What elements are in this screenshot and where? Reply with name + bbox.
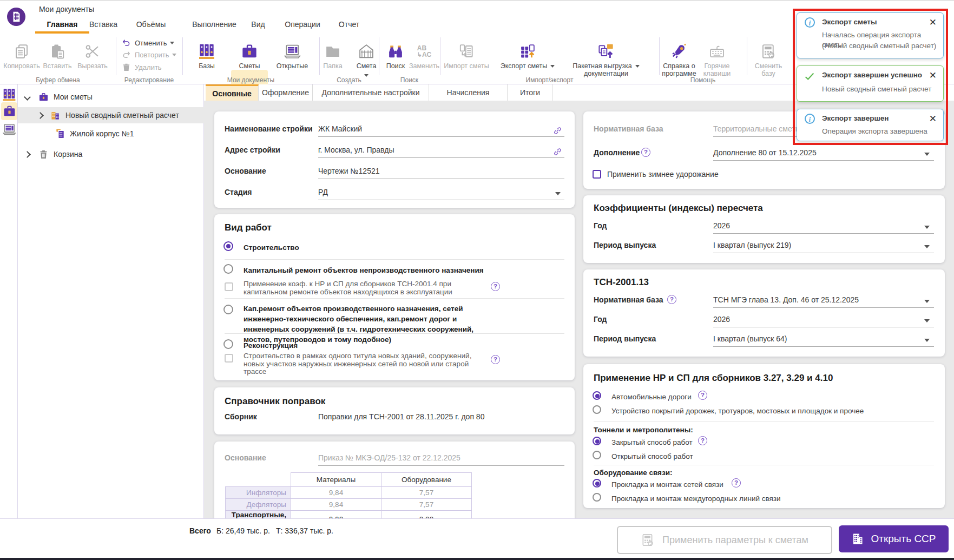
menu-tab-vypolnenie[interactable]: Выполнение [192, 20, 236, 31]
field-label-stroyka-name: Наименование стройки [225, 124, 313, 133]
work-type-title: Вид работ [225, 222, 272, 233]
field-label-tsn-period: Период выпуска [594, 334, 656, 343]
cut-button[interactable]: Вырезать [63, 41, 122, 70]
checkbox-winter[interactable] [593, 170, 601, 179]
field-value-stadiya[interactable]: РД [318, 188, 328, 196]
field-value-tsn-period[interactable]: I квартал (выпуск 64) [713, 334, 787, 343]
tree-item-my-estimates[interactable]: Мои сметы [18, 89, 204, 105]
tab-nachisleniya[interactable]: Начисления [429, 84, 508, 101]
tab-osnovnye[interactable]: Основные [206, 84, 259, 101]
crane-icon [55, 128, 65, 139]
help-icon[interactable] [491, 355, 500, 364]
menu-tab-obyomy[interactable]: Объёмы [136, 20, 166, 31]
field-value-year[interactable]: 2026 [713, 221, 730, 230]
radio-kapremont-neproizv[interactable] [223, 264, 233, 274]
radio-kapremont-proizv[interactable] [223, 305, 233, 314]
help-icon[interactable] [667, 295, 676, 304]
group-label-clipboard: Буфер обмена [0, 76, 116, 84]
annotation-rectangle [793, 9, 948, 145]
table-col-equipment: Оборудование [381, 473, 472, 487]
menu-tab-otchet[interactable]: Отчет [339, 20, 359, 31]
option-kapremont-proizv: Кап.ремонт объектов производственного на… [244, 304, 501, 345]
table-row: Инфляторы9,847,57 [226, 487, 472, 499]
field-placeholder-basis[interactable]: Приказ № МКЭ-ОД/25-132 от 22.12.2025 [318, 453, 460, 462]
chevron-right-icon[interactable] [25, 150, 30, 159]
tab-itogi[interactable]: Итоги [508, 84, 553, 101]
field-label-sbornik: Сборник [225, 412, 257, 421]
rail-opened-icon[interactable] [2, 122, 16, 136]
rail-bases-icon[interactable] [2, 88, 16, 102]
field-value-sbornik[interactable]: Поправки для ТСН-2001 от 28.11.2025 г. д… [318, 412, 484, 421]
tree-item-summary-estimate[interactable]: Новый сводный сметный расчет [18, 107, 204, 123]
dropdown-icon[interactable] [924, 339, 930, 345]
option-ustroystvo-pokrytiy: Устройство покрытий дорожек, тротуаров, … [611, 406, 864, 416]
field-label-period: Период выпуска [594, 241, 656, 249]
field-value-supplement[interactable]: Дополнение 80 от 15.12.2025 [713, 148, 817, 157]
radio-stroitelstvo[interactable] [223, 241, 233, 251]
batch-export-button[interactable]: Пакетная выгрузкадокументации [560, 41, 652, 77]
radio-ustroystvo-pokrytiy[interactable] [593, 405, 601, 414]
menu-tab-operacii[interactable]: Операции [285, 20, 320, 31]
group-label-editing: Редактирование [116, 76, 182, 84]
menu-tab-vid[interactable]: Вид [251, 20, 265, 31]
field-label-tsn-year: Год [594, 315, 607, 324]
export-icon [492, 41, 563, 62]
open-ssr-button[interactable]: Открыть ССР [839, 525, 949, 552]
chevron-right-icon[interactable] [38, 111, 43, 120]
field-value-osnovanie[interactable]: Чертежи №12521 [318, 167, 380, 175]
import-estimate-button[interactable]: Импорт сметы [437, 41, 496, 70]
calculator-icon [641, 533, 655, 547]
radio-zakrytyi-sposob[interactable] [593, 437, 601, 445]
option-winter: Применить зимнее удорожание [607, 170, 719, 179]
tab-oformlenie[interactable]: Оформление [259, 84, 313, 101]
field-value-address[interactable]: г. Москва, ул. Правды [318, 146, 394, 154]
link-icon[interactable] [553, 147, 562, 156]
checkbox-koef-nr-sp[interactable] [225, 282, 233, 291]
help-icon[interactable] [641, 148, 650, 157]
option-zakrytyi-sposob: Закрытый способ работ [611, 437, 693, 447]
dropdown-icon[interactable] [555, 192, 561, 198]
help-icon[interactable] [732, 478, 741, 487]
apply-params-button[interactable]: Применить параметры к сметам [617, 526, 832, 554]
field-value-period[interactable]: I квартал (выпуск 219) [713, 241, 791, 249]
menu-tab-glavnaya[interactable]: Главная [47, 20, 78, 31]
export-estimate-button[interactable]: Экспорт сметы [492, 41, 563, 70]
redo-button[interactable]: Повторить [122, 50, 176, 60]
undo-button[interactable]: Отменить [122, 38, 174, 48]
checkbox-stroitelstvo-titul[interactable] [225, 354, 233, 363]
field-label-year: Год [594, 221, 607, 230]
dropdown-icon[interactable] [924, 153, 930, 159]
radio-prokladka-setey[interactable] [593, 479, 601, 487]
rail-estimates-icon[interactable] [3, 104, 16, 118]
chevron-down-icon[interactable] [25, 93, 30, 101]
tab-dop-nastroyki[interactable]: Дополнительные настройки [313, 84, 429, 101]
hotkeys-button[interactable]: Горячиеклавиши [687, 41, 747, 77]
nrsp-title: Применение НР и СП для сборников 3.27, 3… [594, 373, 833, 384]
corrections-title: Справочник поправок [225, 396, 325, 407]
radio-prokladka-mezhdugorodnykh[interactable] [593, 493, 601, 502]
radio-otkrytyi-sposob[interactable] [593, 451, 601, 459]
dropdown-icon[interactable] [924, 226, 930, 232]
delete-button[interactable]: Удалить [122, 63, 162, 72]
switch-base-button[interactable]: Сменитьбазу [739, 41, 798, 77]
field-value-tsn-year[interactable]: 2026 [713, 315, 730, 324]
help-icon[interactable] [491, 282, 500, 291]
menu-tab-vstavka[interactable]: Вставка [89, 20, 117, 31]
total-current-value: Т: 336,37 тыс. р. [276, 526, 333, 535]
dropdown-icon[interactable] [924, 319, 930, 325]
table-col-materials: Материалы [291, 473, 381, 487]
tree-item-trash[interactable]: Корзина [18, 146, 204, 162]
link-icon[interactable] [553, 126, 562, 135]
tree-item-housing-block[interactable]: Жилой корпус №1 [18, 126, 204, 142]
field-label-tsn-base: Нормативная база [594, 295, 663, 304]
field-value-stroyka-name[interactable]: ЖК Майский [318, 124, 362, 133]
radio-avtodorogi[interactable] [593, 391, 601, 400]
option-rekonstrukciya: Реконструкция [244, 340, 298, 351]
field-value-tsn-base[interactable]: ТСН МГЭ глава 13. Доп. 46 от 25.12.2025 [713, 295, 859, 304]
help-icon[interactable] [698, 436, 707, 445]
radio-rekonstrukciya[interactable] [223, 339, 233, 349]
dropdown-icon[interactable] [924, 300, 930, 306]
field-label-stadiya: Стадия [225, 188, 252, 196]
help-icon[interactable] [698, 391, 707, 400]
dropdown-icon[interactable] [924, 245, 930, 251]
